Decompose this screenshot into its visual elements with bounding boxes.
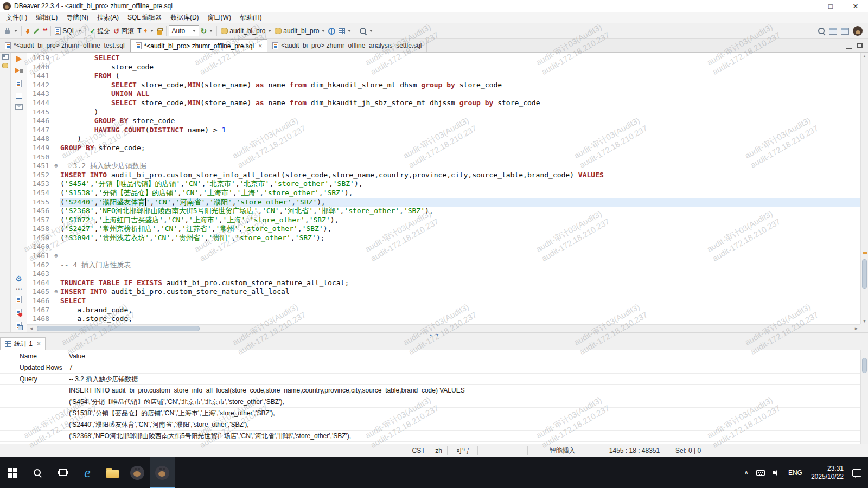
taskbar-search-button[interactable] bbox=[25, 457, 50, 488]
tab-zhumr-offline-pre[interactable]: *<audit_bi_pro> zhumr_offline_pre.sql× bbox=[130, 39, 268, 52]
table-row[interactable]: ('S454','分销【唯品代销】的店铺','CN','北京市','北京市','… bbox=[0, 396, 868, 408]
table-row[interactable]: Query-- 3.2 插入缺少店铺数据 bbox=[0, 374, 868, 385]
code-line-1459[interactable]: 1459('S3094','贵州浅若衣坊','CN','贵州省','贵阳','s… bbox=[27, 234, 860, 243]
code-line-1441[interactable]: 1441 FROM ( bbox=[27, 72, 860, 81]
transaction-log-button[interactable]: T bbox=[136, 25, 155, 37]
execute-sql-button[interactable] bbox=[16, 56, 22, 62]
code-line-1464[interactable]: 1464TRUNCATE TABLE IF EXISTS audit_bi_pr… bbox=[27, 279, 860, 288]
code-line-1445[interactable]: 1445 ) bbox=[27, 108, 860, 117]
dbeaver-taskbar-button[interactable] bbox=[125, 457, 150, 488]
quick-search-icon[interactable] bbox=[818, 27, 825, 35]
menu-item-7[interactable]: 帮助(H) bbox=[235, 12, 266, 23]
code-line-1451[interactable]: 1451⊖-- 3.2 插入缺少店铺数据 bbox=[27, 162, 860, 171]
sql-editor-button[interactable]: SQL bbox=[53, 25, 83, 37]
scroll-up-icon[interactable]: ▲ bbox=[861, 53, 868, 59]
close-tab-icon[interactable]: × bbox=[258, 42, 262, 50]
close-tab-icon[interactable]: × bbox=[37, 340, 41, 348]
file-explorer-button[interactable] bbox=[100, 457, 125, 488]
column-header-name[interactable]: Name bbox=[16, 350, 65, 362]
panel-splitter[interactable]: ▲ ▼ bbox=[0, 332, 868, 337]
start-button[interactable] bbox=[0, 457, 25, 488]
code-line-1457[interactable]: 1457('S1072','上海虹口吉买盛店','CN','上海市','上海',… bbox=[27, 216, 860, 225]
grid-view-button[interactable] bbox=[337, 25, 353, 37]
maximize-button[interactable]: □ bbox=[818, 0, 843, 12]
export-result-button[interactable] bbox=[16, 296, 22, 303]
minimize-panel-icon[interactable] bbox=[846, 48, 852, 49]
gear-icon[interactable]: ⚙ bbox=[15, 275, 22, 282]
commit-mode-select[interactable]: Auto bbox=[169, 25, 199, 36]
menu-item-0[interactable]: 文件(F) bbox=[2, 12, 31, 23]
code-line-1444[interactable]: 1444 SELECT store_code,MIN(store_name) a… bbox=[27, 99, 860, 108]
status-insert-mode[interactable]: 智能插入 bbox=[527, 446, 597, 455]
scroll-down-icon[interactable]: ▼ bbox=[861, 318, 868, 324]
table-row[interactable]: INSERT INTO audit_bi_pro.custom_store_in… bbox=[0, 385, 868, 396]
code-line-1463[interactable]: 1463------------------------------------… bbox=[27, 269, 860, 279]
mark-button[interactable]: ** bbox=[41, 25, 48, 37]
status-cursor-position[interactable]: 1455 : 18 : 48351 bbox=[597, 446, 672, 455]
code-line-1449[interactable]: 1449GROUP BY store_code; bbox=[27, 144, 860, 153]
vertical-scroll-thumb[interactable] bbox=[862, 259, 867, 289]
fetch-data-button[interactable] bbox=[24, 25, 31, 37]
code-line-1453[interactable]: 1453('S454','分销【唯品代销】的店铺','CN','北京市','北京… bbox=[27, 179, 860, 189]
clock[interactable]: 23:31 2025/10/22 bbox=[806, 465, 848, 481]
perspective-icon-2[interactable] bbox=[841, 28, 849, 35]
close-button[interactable]: ✕ bbox=[843, 0, 868, 12]
execute-script-button[interactable] bbox=[15, 68, 23, 74]
volume-button[interactable] bbox=[769, 457, 784, 488]
code-line-1448[interactable]: 1448 ) bbox=[27, 134, 860, 144]
table-row[interactable]: Updated Rows7 bbox=[0, 362, 868, 374]
table-row[interactable]: ('S2368','NEO河北邯郸邯山陵西南大街5号阳光世贸广场店','CN',… bbox=[0, 431, 868, 442]
dbeaver-taskbar-button-active[interactable] bbox=[150, 457, 175, 488]
vertical-scrollbar[interactable]: ▲ ▼ bbox=[860, 53, 868, 324]
touch-keyboard-button[interactable] bbox=[752, 457, 769, 488]
tray-chevron-button[interactable]: ∧ bbox=[741, 457, 752, 488]
code-line-1446[interactable]: 1446 GROUP BY store_code bbox=[27, 117, 860, 126]
menu-item-5[interactable]: 数据库(D) bbox=[166, 12, 203, 23]
code-line-1447[interactable]: 1447 HAVING COUNT(DISTINCT name) > 1 bbox=[27, 126, 860, 135]
status-selection[interactable]: Sel: 0 | 0 bbox=[672, 446, 735, 455]
code-line-1461[interactable]: 1461⊖-----------------------------------… bbox=[27, 252, 860, 261]
code-line-1468[interactable]: 1468 a.store_code, bbox=[27, 314, 860, 324]
scroll-right-icon[interactable]: ▶ bbox=[852, 326, 860, 331]
tab-statistics[interactable]: 统计 1 × bbox=[0, 337, 46, 350]
code-line-1455[interactable]: 1455('S2440','濮阳盛友体育','CN','河南省','濮阳','s… bbox=[27, 198, 860, 207]
restore-db-navigator-icon[interactable] bbox=[2, 54, 9, 60]
save-grid-button[interactable] bbox=[16, 322, 22, 329]
maximize-panel-icon[interactable] bbox=[857, 43, 863, 48]
action-center-button[interactable] bbox=[848, 457, 865, 488]
column-header-value[interactable]: Value bbox=[65, 350, 477, 362]
commit-button[interactable]: ✓提交 bbox=[88, 25, 112, 37]
code-line-1465[interactable]: 1465⊖INSERT INTO audit_bi_pro.custom_sto… bbox=[27, 287, 860, 297]
tab-zhumr-offline-test[interactable]: *<audit_bi_pro> zhumr_offline_test.sql bbox=[0, 39, 130, 52]
minimize-button[interactable]: — bbox=[793, 0, 818, 12]
db-navigator-mini-icon[interactable] bbox=[2, 63, 8, 68]
horizontal-scroll-thumb[interactable] bbox=[37, 326, 200, 331]
result-grid-button[interactable] bbox=[16, 93, 22, 99]
code-line-1456[interactable]: 1456('S2368','NEO河北邯郸邯山陵西南大街5号阳光世贸广场店','… bbox=[27, 207, 860, 216]
code-line-1467[interactable]: 1467 a.brand_code, bbox=[27, 306, 860, 315]
code-line-1443[interactable]: 1443 UNION ALL bbox=[27, 89, 860, 99]
new-connection-button[interactable] bbox=[2, 25, 19, 37]
code-line-1466[interactable]: 1466SELECT bbox=[27, 297, 860, 306]
menu-item-1[interactable]: 编辑(E) bbox=[31, 12, 62, 23]
code-line-1450[interactable]: 1450 bbox=[27, 153, 860, 162]
refresh-button[interactable]: ↻ bbox=[199, 25, 215, 37]
menu-item-6[interactable]: 窗口(W) bbox=[203, 12, 235, 23]
code-line-1454[interactable]: 1454('S1538','分销【荟品仓】的店铺','CN','上海市','上海… bbox=[27, 189, 860, 198]
code-line-1440[interactable]: 1440 store_code bbox=[27, 63, 860, 72]
horizontal-scrollbar[interactable]: ◀ ▶ bbox=[27, 324, 860, 332]
code-line-1442[interactable]: 1442 SELECT store_code,MIN(store_name) a… bbox=[27, 81, 860, 90]
code-line-1462[interactable]: 1462-- 4 插入门店性质表 bbox=[27, 261, 860, 270]
fold-marker-icon[interactable]: ⊖ bbox=[52, 162, 60, 171]
code-line-1460[interactable]: 1460 bbox=[27, 242, 860, 252]
menu-item-3[interactable]: 搜索(A) bbox=[93, 12, 123, 23]
explain-plan-button[interactable] bbox=[16, 80, 22, 87]
tab-zhumr-offline-analysis-settle[interactable]: <audit_bi_pro> zhumr_offline_analysis_se… bbox=[267, 39, 427, 52]
table-row[interactable]: ('S1538','分销【荟品仓】的店铺','CN','上海市','上海','s… bbox=[0, 408, 868, 419]
export-email-button[interactable] bbox=[15, 104, 23, 110]
collapse-down-icon[interactable]: ▼ bbox=[436, 333, 439, 337]
table-row[interactable]: ('S1072','上海虹口吉买盛店','CN','上海市','上海','sto… bbox=[0, 442, 868, 444]
code-line-1452[interactable]: 1452INSERT INTO audit_bi_pro.custom_stor… bbox=[27, 171, 860, 180]
transaction-lock-button[interactable] bbox=[155, 25, 164, 37]
internet-explorer-button[interactable]: e bbox=[75, 457, 100, 488]
